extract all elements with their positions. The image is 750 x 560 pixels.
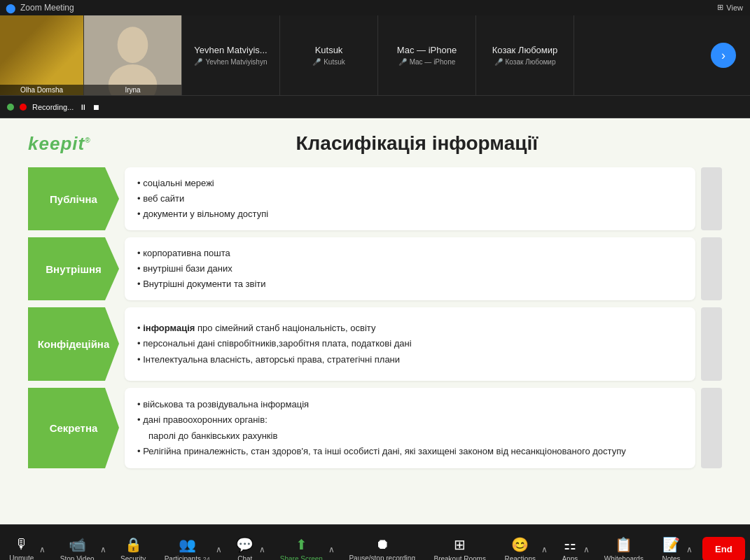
participant-name-top-mac: Mac — iPhone (397, 45, 457, 55)
unmute-chevron[interactable]: ∧ (39, 545, 46, 554)
participant-name-top-kutsuk: Kutsuk (315, 45, 343, 55)
breakout-rooms-button[interactable]: ⊞ Breakout Rooms (429, 536, 489, 561)
bottom-toolbar: 🎙 Unmute ∧ 📹 Stop Video ∧ 🔒 Security 👥 P… (0, 524, 750, 560)
video-chevron[interactable]: ∧ (100, 545, 106, 554)
internal-item-1: • корпоративна пошта (137, 246, 683, 261)
participant-name-top-kozak: Козак Любомир (492, 45, 558, 55)
toolbar-group-unmute: 🎙 Unmute ∧ (5, 536, 46, 560)
confidential-item-3: • Інтелектуальна власність, авторські пр… (137, 352, 683, 368)
gray-spacer-internal (701, 237, 722, 300)
notes-icon: 📝 (662, 536, 680, 553)
notes-button[interactable]: 📝 Notes (658, 536, 684, 561)
chat-button[interactable]: 💬 Chat (232, 536, 258, 561)
participant-video-iryna (84, 15, 181, 95)
status-indicator (7, 104, 14, 111)
main-content: keepit® Класифікація інформації Публічна… (0, 118, 750, 524)
participant-video-olha (0, 15, 83, 95)
breakout-rooms-icon: ⊞ (454, 536, 466, 553)
recording-bar: Recording... ⏸ ⏹ (0, 96, 750, 118)
view-button[interactable]: ⊞ View (717, 3, 743, 12)
class-content-secret: • військова та розвідувальна інформація … (125, 388, 695, 468)
whiteboards-button[interactable]: 📋 Whiteboards (600, 536, 648, 561)
chat-label: Chat (237, 555, 252, 561)
apps-button[interactable]: ⚏ Apps (557, 536, 582, 561)
logo-superscript: ® (85, 136, 90, 144)
participant-name-iryna: Iryna (84, 85, 181, 95)
svg-point-1 (118, 27, 148, 63)
mic-icon-kozak: 🎤 (494, 58, 503, 66)
participants-chevron[interactable]: ∧ (216, 545, 222, 554)
pause-recording-label: Pause/stop recording (349, 554, 415, 560)
recording-dot (20, 104, 27, 111)
next-participants-button[interactable]: › (711, 43, 736, 68)
class-row-secret: Секретна • військова та розвідувальна ін… (28, 388, 722, 468)
share-screen-button[interactable]: ⬆ Share Screen (276, 536, 327, 561)
internal-item-2: • внутрішні бази даних (137, 261, 683, 276)
apps-chevron[interactable]: ∧ (583, 545, 590, 554)
public-item-3: • документи у вільному доступі (137, 206, 683, 222)
toolbar-group-video: 📹 Stop Video ∧ (56, 536, 106, 561)
arrow-confidential: Конфіде­ційна (28, 307, 119, 381)
keepit-logo: keepit® (28, 133, 91, 155)
gray-spacer-secret (701, 388, 722, 468)
slide-title: Класифікація інформації (112, 132, 722, 155)
toolbar-group-apps: ⚏ Apps ∧ (557, 536, 590, 561)
zoom-icon: ⬤ (6, 3, 16, 13)
participant-name-top-yevhen: Yevhen Matviyis... (194, 45, 267, 55)
participant-name-bottom-yevhen: 🎤 Yevhen Matviyishyn (194, 58, 267, 66)
mic-icon-yevhen: 🎤 (194, 58, 202, 66)
whiteboards-icon: 📋 (615, 536, 632, 553)
arrow-internal: Внутрішня (28, 237, 119, 300)
unmute-icon: 🎙 (15, 536, 29, 552)
whiteboards-label: Whiteboards (604, 555, 644, 561)
chat-chevron[interactable]: ∧ (259, 545, 265, 554)
notes-label: Notes (662, 555, 680, 561)
slide: keepit® Класифікація інформації Публічна… (0, 118, 750, 524)
apps-label: Apps (562, 555, 578, 561)
participant-tile-kutsuk: Kutsuk 🎤 Kutsuk (280, 15, 378, 95)
reactions-chevron[interactable]: ∧ (541, 545, 548, 554)
stop-video-icon: 📹 (69, 536, 86, 553)
share-chevron[interactable]: ∧ (328, 545, 335, 554)
pause-recording-icon: ⏺ (375, 536, 389, 552)
pause-recording-button[interactable]: ⏺ Pause/stop recording (345, 536, 419, 560)
unmute-label: Unmute (9, 554, 34, 560)
arrow-public: Публічна (28, 167, 119, 230)
class-content-confidential: • інформація про сімейний станб націонал… (125, 307, 695, 381)
secret-item-1: • військова та розвідувальна інформація (137, 397, 683, 412)
pause-button[interactable]: ⏸ (79, 103, 87, 111)
confidential-item-1: • інформація про сімейний станб націонал… (137, 321, 683, 336)
next-participant-area: › (574, 15, 750, 95)
breakout-rooms-label: Breakout Rooms (433, 555, 485, 561)
chat-icon: 💬 (236, 536, 254, 553)
unmute-button[interactable]: 🎙 Unmute (5, 536, 38, 560)
mic-icon-kutsuk: 🎤 (312, 58, 321, 66)
participants-button[interactable]: 👥 Participants 24 (160, 536, 214, 561)
participants-label: Participants 24 (165, 555, 210, 561)
stop-button[interactable]: ⏹ (92, 103, 100, 111)
security-button[interactable]: 🔒 Security (116, 536, 150, 561)
class-content-public: • соціальні мережі • веб сайти • докумен… (125, 167, 695, 230)
participant-tile-iryna: Iryna (84, 15, 182, 95)
reactions-button[interactable]: 😊 Reactions (500, 536, 539, 561)
participant-tile-kozak: Козак Любомир 🎤 Козак Любомир (476, 15, 574, 95)
view-icon: ⊞ (717, 3, 723, 12)
slide-header: keepit® Класифікація інформації (28, 132, 722, 155)
apps-icon: ⚏ (564, 536, 576, 553)
classification-container: Публічна • соціальні мережі • веб сайти … (28, 167, 722, 468)
arrow-label-confidential: Конфіде­ційна (38, 338, 110, 350)
participant-name-olha: Olha Domsha (0, 85, 83, 95)
mic-icon-mac: 🎤 (398, 58, 407, 66)
share-screen-icon: ⬆ (296, 536, 307, 553)
notes-chevron[interactable]: ∧ (686, 545, 693, 554)
toolbar-group-chat: 💬 Chat ∧ (232, 536, 265, 561)
arrow-label-secret: Секретна (50, 422, 98, 434)
toolbar-group-participants: 👥 Participants 24 ∧ (160, 536, 222, 561)
recording-status: Recording... (32, 103, 74, 111)
stop-video-button[interactable]: 📹 Stop Video (56, 536, 99, 561)
end-button[interactable]: End (702, 537, 745, 560)
arrow-label-internal: Внутрішня (46, 263, 101, 275)
participant-tile-olha: Olha Domsha (0, 15, 84, 95)
participants-bar: Olha Domsha Iryna Yevhen Matviyis... 🎤 Y… (0, 15, 750, 96)
security-icon: 🔒 (125, 536, 142, 553)
